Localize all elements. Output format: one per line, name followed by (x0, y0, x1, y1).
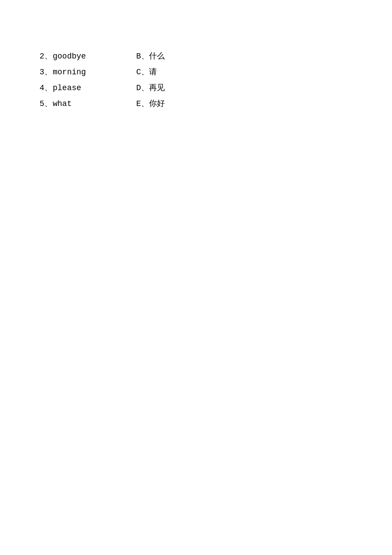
right-column: D、再见 (136, 80, 165, 96)
item-number: 2、 (40, 48, 53, 64)
option-letter: B、 (136, 48, 149, 64)
item-number: 4、 (40, 80, 53, 96)
left-column: 2、goodbye (40, 48, 136, 64)
chinese-translation: 再见 (149, 80, 165, 96)
right-column: E、你好 (136, 96, 165, 112)
chinese-translation: 请 (149, 64, 157, 80)
chinese-translation: 你好 (149, 96, 165, 112)
left-column: 3、morning (40, 64, 136, 80)
english-word: morning (53, 64, 86, 80)
list-item: 5、whatE、你好 (40, 96, 392, 112)
list-item: 4、pleaseD、再见 (40, 80, 392, 96)
main-content: 2、goodbyeB、什么3、morningC、请4、pleaseD、再见5、w… (0, 0, 392, 112)
english-word: please (53, 80, 81, 96)
left-column: 5、what (40, 96, 136, 112)
list-item: 3、morningC、请 (40, 64, 392, 80)
item-number: 5、 (40, 96, 53, 112)
option-letter: C、 (136, 64, 149, 80)
option-letter: E、 (136, 96, 149, 112)
left-column: 4、please (40, 80, 136, 96)
english-word: what (53, 96, 72, 112)
chinese-translation: 什么 (149, 48, 165, 64)
right-column: C、请 (136, 64, 157, 80)
list-item: 2、goodbyeB、什么 (40, 48, 392, 64)
right-column: B、什么 (136, 48, 165, 64)
item-number: 3、 (40, 64, 53, 80)
option-letter: D、 (136, 80, 149, 96)
english-word: goodbye (53, 48, 86, 64)
